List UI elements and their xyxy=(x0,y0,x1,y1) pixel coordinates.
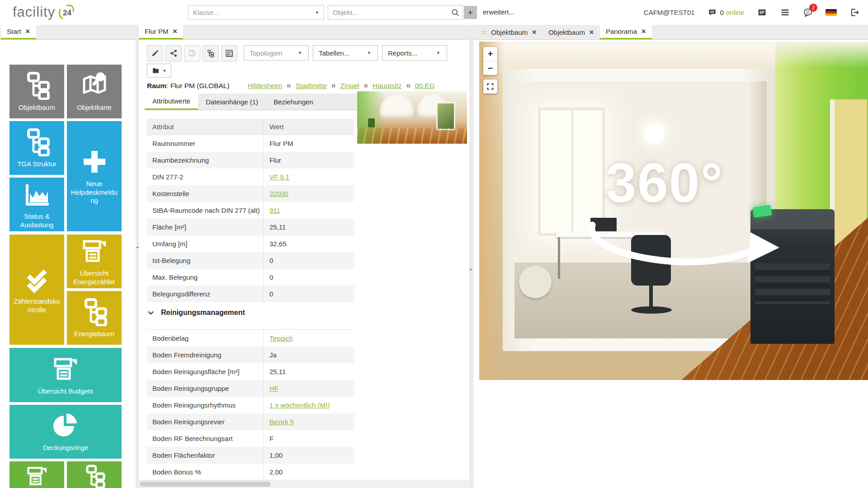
tree-icon xyxy=(82,464,107,488)
value-link[interactable]: Bezirk 5 xyxy=(269,418,294,426)
table-row[interactable]: Boden ReinigungsgruppeHF xyxy=(147,380,354,397)
add-search-button[interactable]: + xyxy=(464,6,477,19)
table-row[interactable]: RaumbezeichnungFlur xyxy=(147,152,354,169)
table-row[interactable]: Boden ReinigungsrevierBezirk 5 xyxy=(147,413,354,430)
value-link[interactable]: HF xyxy=(269,385,278,392)
messages-icon[interactable]: 2 xyxy=(802,7,813,18)
close-icon[interactable]: ✕ xyxy=(25,28,30,35)
structure-button[interactable] xyxy=(203,45,219,61)
breadcrumb-link[interactable]: 00.EG xyxy=(415,82,435,89)
table-row[interactable]: StBA-Raumcode nach DIN 277 (alt)911 xyxy=(147,202,354,219)
tab-objektbaum-0[interactable]: ☆Objektbaum✕ xyxy=(475,25,542,39)
breadcrumb-link[interactable]: Hildesheim xyxy=(248,82,283,89)
table-row[interactable]: Fläche [m²]25,11 xyxy=(147,219,354,235)
tile-übersicht-budgets[interactable]: Übersicht Budgets xyxy=(9,348,122,402)
tile-objektkarte[interactable]: Objektkarte xyxy=(67,65,122,118)
tab-panorama-2[interactable]: Panorama✕ xyxy=(600,25,652,39)
tab-flur-pm[interactable]: Flur PM ✕ xyxy=(139,25,183,39)
share-button[interactable] xyxy=(165,45,182,61)
value-link[interactable]: 32000 xyxy=(269,190,288,197)
table-row[interactable]: Ist-Belegung0 xyxy=(147,252,354,269)
tile-übersicht-energiezähler[interactable]: Übersicht Energiezähler xyxy=(67,235,122,288)
dropdown-topologien[interactable]: Topologien▼ xyxy=(244,45,309,61)
table-row[interactable]: Kostenstelle32000 xyxy=(147,185,354,202)
folder-menu-button[interactable]: ▼ xyxy=(147,64,171,78)
table-row[interactable]: DIN 277-2VF 9.1 xyxy=(147,169,354,185)
report-icon xyxy=(51,355,80,384)
table-row[interactable]: BodenbelagTeppich xyxy=(147,330,354,347)
tile-energiebaum[interactable]: Energiebaum xyxy=(67,291,122,345)
breadcrumb-link[interactable]: Hauptsitz xyxy=(373,82,402,89)
tab-start[interactable]: Start ✕ xyxy=(1,25,36,39)
tab-attributwerte[interactable]: Attributwerte xyxy=(145,94,198,110)
close-icon[interactable]: ✕ xyxy=(589,29,594,36)
start-panel: Start ✕ ObjektbaumObjektkarteTGA Struktu… xyxy=(0,25,136,488)
table-row[interactable]: Boden RF BerechnungsartF xyxy=(147,430,354,447)
table-row[interactable]: Boden Flächenfaktor1,00 xyxy=(147,447,354,464)
table-row[interactable]: Umfang [m]32,65 xyxy=(147,235,354,252)
tab-dateianhänge-1-[interactable]: Dateianhänge (1) xyxy=(198,94,266,110)
tab-objektbaum-1[interactable]: Objektbaum✕ xyxy=(542,25,600,39)
pie-icon xyxy=(51,411,80,440)
value-link[interactable]: 1 x wöchentlich (MI) xyxy=(269,401,330,409)
table-row[interactable]: Boden FremdreinigungJa xyxy=(147,347,354,363)
table-row[interactable]: Max. Belegung0 xyxy=(147,269,354,286)
table-row[interactable]: Boden Reinigungsfläche [m²]25,11 xyxy=(147,363,354,380)
edit-button[interactable] xyxy=(147,45,163,61)
search-icon[interactable] xyxy=(450,7,461,18)
attr-cell: Raumbezeichnung xyxy=(147,152,263,169)
table-row[interactable]: Belegungsdifferenz0 xyxy=(147,286,354,302)
object-search-input[interactable] xyxy=(328,9,450,16)
logout-icon[interactable] xyxy=(849,7,860,18)
close-icon[interactable]: ✕ xyxy=(641,28,646,35)
section-reinigungsmanagement[interactable]: Reinigungsmanagement xyxy=(147,309,245,317)
table-row[interactable]: RaumnummerFlur PM xyxy=(147,135,354,152)
table-row[interactable]: Boden Bonus %2,00 xyxy=(147,464,354,480)
zoom-out-button[interactable]: − xyxy=(483,61,497,75)
close-icon[interactable]: ✕ xyxy=(532,29,537,36)
language-flag-icon[interactable] xyxy=(826,9,837,16)
breadcrumb-link[interactable]: Stadtmitte xyxy=(296,82,327,89)
advanced-search-link[interactable]: erweitert... xyxy=(483,8,514,16)
breadcrumb: Raum: Flur PM (GLOBAL)Hildesheim ¤ Stadt… xyxy=(147,82,465,90)
dropdown-reports[interactable]: Reports...▼ xyxy=(382,45,447,61)
left-splitter[interactable]: ◂ xyxy=(136,25,139,488)
collapse-right-icon[interactable]: ▸ xyxy=(469,267,473,272)
history-button[interactable] xyxy=(184,45,200,61)
star-icon[interactable]: ☆ xyxy=(481,28,487,36)
protocol-icon[interactable] xyxy=(756,7,767,18)
panorama-thumbnail[interactable] xyxy=(357,91,467,144)
dropdown-tabellen[interactable]: Tabellen...▼ xyxy=(313,45,378,61)
scrollbar-thumb[interactable] xyxy=(140,482,271,487)
tile-objektbaum[interactable]: Objektbaum xyxy=(9,65,64,118)
class-search-input[interactable] xyxy=(189,9,311,16)
tile-neue-helpdeskmeldung[interactable]: Neue Helpdeskmeldung xyxy=(67,121,122,231)
tile-zählerstandskontrolle[interactable]: Zählerstandskontrolle xyxy=(9,235,64,345)
value-link[interactable]: Teppich xyxy=(269,334,293,342)
horizontal-scrollbar[interactable] xyxy=(139,480,469,488)
chevron-down-icon[interactable]: ▼ xyxy=(311,10,324,15)
menu-icon[interactable] xyxy=(779,7,790,18)
right-splitter[interactable]: ▸ xyxy=(469,25,473,488)
object-name: : Flur PM (GLOBAL) xyxy=(166,82,230,89)
attribute-table: Attribut Wert RaumnummerFlur PMRaumbezei… xyxy=(147,119,354,302)
app-logo[interactable]: facility 24 xyxy=(13,3,77,23)
attr-cell: Boden Reinigungsrhythmus xyxy=(147,397,263,413)
breadcrumb-link[interactable]: Zingel xyxy=(340,82,359,89)
zoom-in-button[interactable]: + xyxy=(483,47,497,61)
panorama-viewer[interactable]: 360° xyxy=(479,42,868,380)
tile-cut-11[interactable] xyxy=(67,461,122,488)
value-link[interactable]: 911 xyxy=(269,206,280,214)
value-link[interactable]: VF 9.1 xyxy=(269,173,289,181)
table-row[interactable]: Boden Reinigungsrhythmus1 x wöchentlich … xyxy=(147,397,354,413)
tile-status-auslastung[interactable]: Status & Auslastung xyxy=(9,178,64,231)
tile-tga-struktur[interactable]: TGA Struktur xyxy=(9,121,64,175)
tab-beziehungen[interactable]: Beziehungen xyxy=(266,94,321,110)
tile-cut-10[interactable] xyxy=(9,461,64,488)
image-button[interactable] xyxy=(221,45,237,61)
tile-deckungsringe[interactable]: Deckungsringe xyxy=(9,405,122,459)
fullscreen-button[interactable] xyxy=(483,80,497,94)
close-icon[interactable]: ✕ xyxy=(173,28,178,35)
online-status[interactable]: 0 online xyxy=(707,7,744,18)
collapse-left-icon[interactable]: ◂ xyxy=(136,245,139,249)
